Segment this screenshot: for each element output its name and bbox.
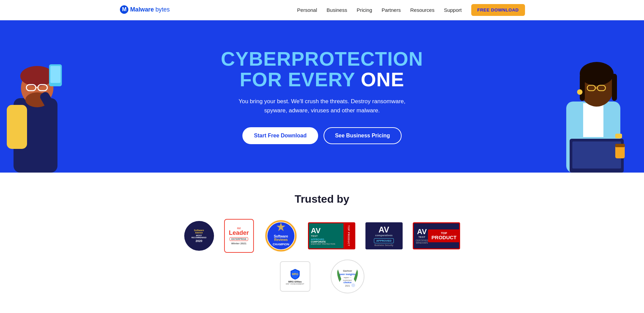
logo[interactable]: M Malware bytes [119, 5, 173, 16]
badge-mrg-effitas: MRG MRG Effitas 360° ASSESSMENT [280, 261, 310, 292]
badge-gartner: Gartner peer insights region — customers… [331, 260, 364, 293]
badge-avtest-top-product: AV TEST CERTIFIED WINDOWS TOP PRODUCT [413, 222, 460, 249]
logo-icon: M Malware bytes [119, 5, 173, 16]
nav-links: Personal Business Pricing Partners Resou… [297, 7, 462, 13]
svg-text:Gartner: Gartner [343, 269, 352, 272]
badges-row-2: MRG MRG Effitas 360° ASSESSMENT Gartner [14, 260, 630, 293]
nav-item-business[interactable]: Business [327, 7, 347, 13]
svg-text:peer insights: peer insights [339, 273, 355, 276]
navbar: M Malware bytes Personal Business Pricin… [0, 0, 644, 20]
svg-text:M: M [122, 6, 126, 12]
trusted-title: Trusted by [14, 193, 630, 205]
nav-item-resources[interactable]: Resources [410, 7, 434, 13]
svg-point-44 [351, 283, 355, 287]
svg-rect-13 [50, 66, 61, 83]
nav-item-partners[interactable]: Partners [382, 7, 401, 13]
hero-content: CYBERPROTECTION FOR EVERY ONE You bring … [214, 28, 430, 164]
hero-title: CYBERPROTECTION FOR EVERY ONE [221, 49, 423, 90]
svg-rect-5 [7, 105, 27, 149]
svg-text:CHAMPION: CHAMPION [272, 243, 289, 246]
svg-text:Malware: Malware [130, 6, 154, 13]
hero-subtitle: You bring your best. We'll crush the thr… [234, 97, 410, 115]
hero-character-left [0, 44, 74, 173]
free-download-button[interactable]: FREE DOWNLOAD [471, 4, 525, 16]
nav-item-personal[interactable]: Personal [297, 7, 317, 13]
svg-rect-27 [615, 146, 625, 158]
badge-software-advice: Software Advice MOST RECOMMENDED 2020 [184, 221, 214, 251]
hero-character-right [549, 37, 644, 173]
start-free-download-button[interactable]: Start Free Download [242, 127, 318, 144]
svg-rect-28 [615, 144, 625, 147]
svg-text:MRG: MRG [292, 272, 298, 275]
svg-rect-20 [612, 74, 617, 101]
svg-rect-26 [572, 141, 621, 169]
hero-section: CYBERPROTECTION FOR EVERY ONE You bring … [0, 20, 644, 173]
trusted-section: Trusted by Software Advice MOST RECOMMEN… [0, 173, 644, 307]
nav-item-pricing[interactable]: Pricing [357, 7, 372, 13]
svg-text:Reviews: Reviews [274, 238, 287, 242]
svg-rect-19 [580, 74, 585, 101]
svg-point-24 [577, 89, 582, 95]
badge-g2: G2 Leader ENTERPRISE Winter 2021 [224, 219, 254, 253]
badge-av-comparatives: AV comparatives APPROVED Business Securi… [365, 222, 403, 249]
badge-avtest-corporate: TOP PRODUCT AV TEST APPROVED CORPORATE E… [308, 222, 355, 249]
svg-rect-16 [583, 103, 603, 137]
svg-text:bytes: bytes [155, 6, 170, 13]
svg-rect-29 [615, 134, 622, 138]
svg-text:region —: region — [343, 276, 351, 278]
badges-row-1: Software Advice MOST RECOMMENDED 2020 G2… [14, 219, 630, 253]
svg-text:2021: 2021 [345, 285, 350, 287]
see-business-pricing-button[interactable]: See Business Pricing [324, 127, 402, 144]
svg-text:choice: choice [343, 281, 352, 284]
hero-buttons: Start Free Download See Business Pricing [221, 127, 423, 144]
nav-item-support[interactable]: Support [444, 7, 462, 13]
badge-software-reviews: Software Reviews CHAMPION [264, 219, 298, 253]
